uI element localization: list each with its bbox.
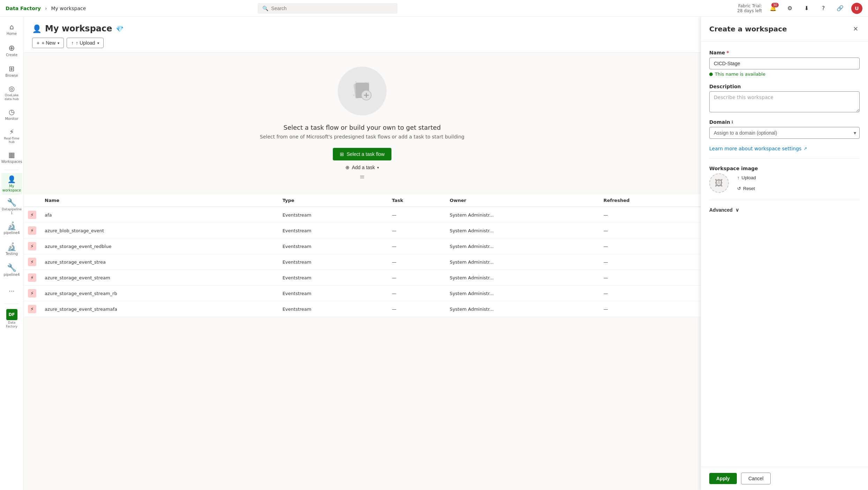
search-bar[interactable]: 🔍 <box>258 3 397 14</box>
row-task: — <box>388 223 446 239</box>
more-icon: ··· <box>9 287 15 295</box>
topbar-separator: › <box>45 6 47 11</box>
table-row[interactable]: ⚡ azure_storage_event_stream_rb Eventstr… <box>24 286 701 301</box>
notification-button[interactable]: 🔔 30 <box>768 3 779 14</box>
empty-state-title: Select a task flow or build your own to … <box>283 124 441 131</box>
download-button[interactable]: ⬇ <box>801 3 812 14</box>
sidebar-label-workspaces: Workspaces <box>1 160 22 164</box>
sidebar-label-testing: Testing <box>6 252 18 256</box>
avatar[interactable]: U <box>851 3 862 14</box>
panel-header: Create a workspace ✕ <box>701 17 868 42</box>
apply-button[interactable]: Apply <box>709 473 737 484</box>
sidebar-item-workspaces[interactable]: ▦ Workspaces <box>1 148 22 167</box>
domain-select[interactable]: Assign to a domain (optional) <box>709 127 860 139</box>
sidebar-item-more[interactable]: ··· <box>1 281 22 301</box>
row-name: azure_storage_event_strea <box>40 254 278 270</box>
sidebar-item-monitor[interactable]: ◷ Monitor <box>1 105 22 124</box>
sidebar-label-datapipeline: Datapipeline 1 <box>2 208 22 215</box>
row-owner: System Administr... <box>446 239 599 254</box>
sidebar-label-pipeline4b: pipeline4 <box>3 273 20 277</box>
sidebar-item-pipeline4b[interactable]: 🔧 pipeline4 <box>1 261 22 280</box>
table-row[interactable]: ⚡ azure_storage_event_streamafa Eventstr… <box>24 301 701 317</box>
domain-field-group: Domain ℹ Assign to a domain (optional) ▾ <box>709 119 860 139</box>
row-owner: System Administr... <box>446 223 599 239</box>
main-scrollable: Select a task flow or build your own to … <box>24 53 701 490</box>
row-owner: System Administr... <box>446 207 599 223</box>
cancel-button[interactable]: Cancel <box>741 473 771 484</box>
myworkspace-icon: 👤 <box>7 175 16 183</box>
row-type: Eventstream <box>278 223 388 239</box>
svg-point-8 <box>353 95 354 96</box>
sidebar-item-datafactory[interactable]: DF Data Factory <box>1 307 22 331</box>
table-row[interactable]: ⚡ azure_storage_event_stream Eventstream… <box>24 270 701 286</box>
search-icon: 🔍 <box>262 6 268 11</box>
row-type: Eventstream <box>278 207 388 223</box>
sidebar: ⌂ Home ⊕ Create ⊞ Browse ◎ OneLake data … <box>0 17 24 490</box>
sidebar-item-datapipeline[interactable]: 🔧 Datapipeline 1 <box>1 196 22 217</box>
upload-button[interactable]: ↑ ↑ Upload ▾ <box>67 38 103 48</box>
description-label: Description <box>709 84 860 89</box>
datapipeline-icon: 🔧 <box>7 198 16 207</box>
row-name: afa <box>40 207 278 223</box>
row-name: azure_storage_event_redblue <box>40 239 278 254</box>
table-row[interactable]: ⚡ azure_storage_event_strea Eventstream … <box>24 254 701 270</box>
new-button[interactable]: + + New ▾ <box>32 38 64 48</box>
sidebar-item-realtimehub[interactable]: ⚡ Real-Time hub <box>1 126 22 146</box>
table-row[interactable]: ⚡ afa Eventstream — System Administr... … <box>24 207 701 223</box>
onelake-icon: ◎ <box>9 84 15 93</box>
select-taskflow-button[interactable]: ⊞ Select a task flow <box>333 148 392 160</box>
share-button[interactable]: 🔗 <box>835 3 846 14</box>
row-name: azure_storage_event_streamafa <box>40 301 278 317</box>
row-refreshed: — <box>599 301 701 317</box>
add-task-chevron-icon: ▾ <box>377 166 379 169</box>
pipeline4b-icon: 🔧 <box>7 263 16 272</box>
row-type-icon: ⚡ <box>28 305 36 313</box>
row-type-icon: ⚡ <box>28 258 36 266</box>
settings-button[interactable]: ⚙ <box>784 3 795 14</box>
row-owner: System Administr... <box>446 286 599 301</box>
reset-img-label: Reset <box>743 186 755 191</box>
upload-img-icon: ↑ <box>737 175 740 180</box>
workspace-image-row: 🖼 ↑ Upload ↺ Reset <box>709 173 860 193</box>
sidebar-item-pipeline4a[interactable]: 🔬 pipeline4 <box>1 219 22 238</box>
panel-body: Name * This name is available Descriptio… <box>701 42 868 467</box>
close-panel-button[interactable]: ✕ <box>852 24 860 34</box>
row-refreshed: — <box>599 270 701 286</box>
row-type: Eventstream <box>278 270 388 286</box>
sidebar-item-onelake[interactable]: ◎ OneLake data hub <box>1 82 22 103</box>
row-name: azure_blob_storage_event <box>40 223 278 239</box>
pipeline4a-icon: 🔬 <box>7 221 16 230</box>
upload-img-label: Upload <box>742 175 756 180</box>
reset-image-button[interactable]: ↺ Reset <box>734 184 759 193</box>
row-type: Eventstream <box>278 301 388 317</box>
available-dot <box>709 73 713 76</box>
sidebar-label-home: Home <box>7 32 17 36</box>
sidebar-label-myworkspace: My workspace <box>2 184 21 193</box>
help-button[interactable]: ? <box>818 3 829 14</box>
sidebar-item-create[interactable]: ⊕ Create <box>1 40 22 60</box>
search-input[interactable] <box>271 6 393 11</box>
table-row[interactable]: ⚡ azure_storage_event_redblue Eventstrea… <box>24 239 701 254</box>
upload-chevron-icon: ▾ <box>97 41 99 45</box>
row-task: — <box>388 301 446 317</box>
row-name: azure_storage_event_stream <box>40 270 278 286</box>
advanced-toggle-button[interactable]: Advanced ∨ <box>709 207 860 213</box>
sidebar-item-myworkspace[interactable]: 👤 My workspace <box>1 173 22 195</box>
description-textarea[interactable] <box>709 91 860 112</box>
advanced-chevron-icon: ∨ <box>735 207 739 213</box>
name-input[interactable] <box>709 58 860 69</box>
browse-icon: ⊞ <box>9 65 15 73</box>
sidebar-item-browse[interactable]: ⊞ Browse <box>1 61 22 81</box>
sidebar-item-home[interactable]: ⌂ Home <box>1 20 22 39</box>
learn-link[interactable]: Learn more about workspace settings ↗ <box>709 146 860 151</box>
add-task-button[interactable]: ⊕ Add a task ▾ <box>345 165 379 170</box>
new-chevron-icon: ▾ <box>58 41 59 45</box>
sidebar-label-onelake: OneLake data hub <box>3 93 21 101</box>
sidebar-item-testing[interactable]: 🔬 Testing <box>1 240 22 259</box>
add-task-circle-icon: ⊕ <box>345 165 350 170</box>
upload-image-button[interactable]: ↑ Upload <box>734 174 759 182</box>
name-field-group: Name * This name is available <box>709 50 860 77</box>
table-row[interactable]: ⚡ azure_blob_storage_event Eventstream —… <box>24 223 701 239</box>
row-refreshed: — <box>599 286 701 301</box>
sidebar-divider <box>5 170 19 170</box>
